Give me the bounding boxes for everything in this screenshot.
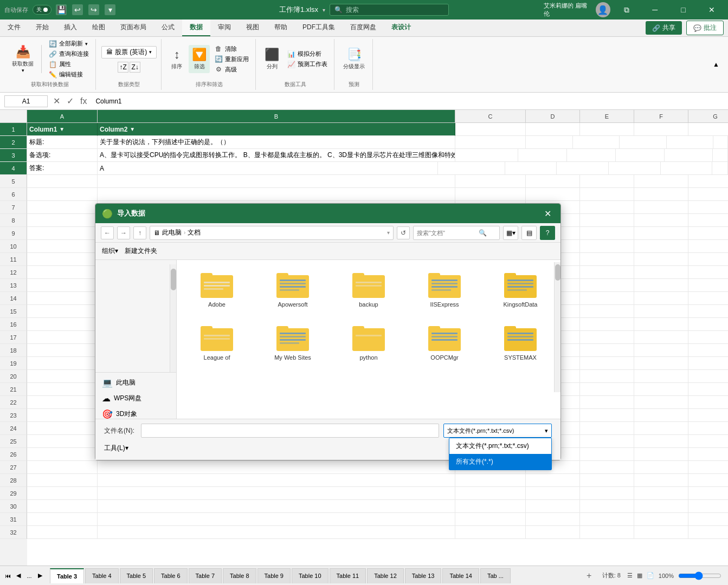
cell-f19[interactable] — [634, 357, 688, 370]
refresh-all-button[interactable]: 🔄 全部刷新▾ — [46, 39, 91, 48]
tab-help[interactable]: 帮助 — [267, 20, 295, 36]
cell-f1[interactable] — [634, 123, 688, 136]
row-header-13[interactable]: 13 — [0, 279, 27, 292]
up-button[interactable]: ↑ — [133, 226, 146, 239]
auto-save-toggle[interactable]: 关 — [33, 5, 51, 15]
row-header-14[interactable]: 14 — [0, 292, 27, 305]
row-header-32[interactable]: 32 — [0, 526, 27, 539]
cell-f4[interactable] — [609, 162, 661, 175]
back-button[interactable]: ← — [101, 226, 114, 239]
cell-g11[interactable] — [688, 253, 728, 266]
cell-g24[interactable] — [688, 422, 728, 435]
filter-dropdown-a1[interactable]: ▼ — [59, 126, 65, 132]
tab-table11[interactable]: Table 11 — [330, 568, 366, 583]
cell-b32[interactable] — [98, 526, 455, 539]
cell-e11[interactable] — [580, 253, 634, 266]
cell-g22[interactable] — [688, 396, 728, 409]
dialog-search-box[interactable]: 🔍 — [413, 226, 500, 240]
cell-b5[interactable] — [98, 175, 455, 188]
filename-input[interactable] — [141, 424, 439, 438]
cell-f30[interactable] — [634, 500, 688, 513]
cell-c3[interactable] — [455, 149, 518, 162]
tools-button[interactable]: 工具(L)▾ — [104, 441, 128, 456]
restore-button[interactable]: ⧉ — [615, 0, 639, 20]
cell-a29[interactable] — [27, 487, 98, 500]
cell-a20[interactable] — [27, 370, 98, 383]
cell-g1[interactable] — [688, 123, 728, 136]
confirm-formula-icon[interactable]: ✓ — [65, 96, 76, 106]
file-item-adobe[interactable]: Adobe — [183, 266, 250, 311]
cell-g16[interactable] — [688, 318, 728, 331]
row-header-18[interactable]: 18 — [0, 344, 27, 357]
search-input[interactable] — [346, 6, 433, 14]
cell-c2[interactable] — [455, 136, 526, 149]
formula-input[interactable] — [92, 96, 724, 106]
tab-data[interactable]: 数据 — [182, 20, 210, 36]
file-item-kingsoftdata[interactable]: KingsoftData — [487, 266, 554, 311]
row-header-21[interactable]: 21 — [0, 383, 27, 396]
cell-g21[interactable] — [688, 383, 728, 396]
row-header-31[interactable]: 31 — [0, 513, 27, 526]
cell-b6[interactable] — [98, 188, 455, 201]
cell-g15[interactable] — [688, 305, 728, 318]
cell-a27[interactable] — [27, 461, 98, 474]
zoom-slider[interactable] — [678, 571, 721, 580]
cell-d5[interactable] — [526, 175, 580, 188]
row-header-22[interactable]: 22 — [0, 396, 27, 409]
cell-a13[interactable] — [27, 279, 98, 292]
sort-az-icon[interactable]: ↑Z — [118, 62, 128, 73]
col-header-e[interactable]: E — [580, 110, 634, 122]
cell-c6[interactable] — [455, 188, 526, 201]
row-header-7[interactable]: 7 — [0, 201, 27, 214]
collapse-ribbon-button[interactable]: ▲ — [713, 39, 724, 90]
cell-a11[interactable] — [27, 253, 98, 266]
tab-home[interactable]: 开始 — [28, 20, 56, 36]
cell-a3[interactable]: 备选项: — [27, 149, 98, 162]
view-normal-icon[interactable]: ☰ — [627, 572, 633, 579]
cell-e19[interactable] — [580, 357, 634, 370]
sidebar-item-3d[interactable]: 🎯 3D对象 — [95, 406, 176, 419]
cell-g5[interactable] — [688, 175, 728, 188]
cell-f2[interactable] — [620, 136, 667, 149]
file-item-systemax[interactable]: SYSTEMAX — [487, 320, 554, 364]
cell-h2[interactable] — [713, 136, 728, 149]
cell-a31[interactable] — [27, 513, 98, 526]
cell-d2[interactable] — [526, 136, 573, 149]
cell-e9[interactable] — [580, 227, 634, 240]
tab-table5[interactable]: Table 5 — [120, 568, 153, 583]
cell-b31[interactable] — [98, 513, 455, 526]
cell-f23[interactable] — [634, 409, 688, 422]
cell-f15[interactable] — [634, 305, 688, 318]
cell-e17[interactable] — [580, 331, 634, 344]
tab-view[interactable]: 视图 — [239, 20, 267, 36]
breadcrumb-dropdown-icon[interactable]: ▾ — [387, 230, 390, 236]
refresh-button[interactable]: ↺ — [397, 226, 410, 239]
file-item-league[interactable]: League of — [183, 320, 250, 364]
row-header-1[interactable]: 1 — [0, 123, 27, 136]
cell-a23[interactable] — [27, 409, 98, 422]
row-header-10[interactable]: 10 — [0, 240, 27, 253]
tab-more[interactable]: Tab ... — [480, 568, 511, 583]
cell-f17[interactable] — [634, 331, 688, 344]
cell-a12[interactable] — [27, 266, 98, 279]
cell-b28[interactable] — [98, 474, 455, 487]
cell-a32[interactable] — [27, 526, 98, 539]
cell-e1[interactable] — [580, 123, 634, 136]
cell-a22[interactable] — [27, 396, 98, 409]
advanced-button[interactable]: ⚙ 高级 — [212, 65, 251, 74]
row-header-19[interactable]: 19 — [0, 357, 27, 370]
organize-button[interactable]: 组织▾ — [102, 246, 118, 256]
cell-e30[interactable] — [580, 500, 634, 513]
cell-e14[interactable] — [580, 292, 634, 305]
cell-g25[interactable] — [688, 435, 728, 448]
file-item-iisexpress[interactable]: IISExpress — [411, 266, 478, 311]
row-header-5[interactable]: 5 — [0, 175, 27, 188]
cell-f26[interactable] — [634, 448, 688, 461]
cell-a17[interactable] — [27, 331, 98, 344]
cell-a7[interactable] — [27, 201, 98, 214]
cell-e26[interactable] — [580, 448, 634, 461]
comment-button[interactable]: 💬 批注 — [686, 21, 724, 35]
filetype-select[interactable]: 文本文件(*.prn;*.txt;*.csv) ▾ — [443, 424, 552, 438]
cell-g7[interactable] — [688, 201, 728, 214]
dropdown-option-all[interactable]: 所有文件(*.*) — [449, 454, 551, 470]
